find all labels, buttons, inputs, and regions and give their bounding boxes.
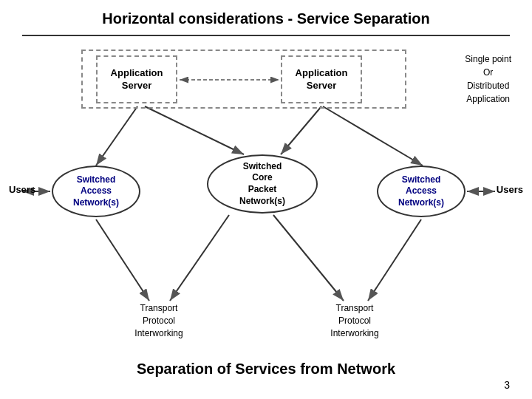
- switched-access-left-label: SwitchedAccessNetwork(s): [73, 174, 119, 209]
- page-number: 3: [504, 379, 510, 391]
- users-right-label: Users: [497, 184, 523, 195]
- app-server-left-box: ApplicationServer: [96, 55, 177, 103]
- switched-access-right-label: SwitchedAccessNetwork(s): [398, 174, 444, 209]
- svg-line-10: [96, 219, 149, 301]
- switched-core-ellipse: SwitchedCorePacketNetwork(s): [207, 154, 318, 214]
- svg-line-11: [170, 215, 229, 301]
- bottom-label: Separation of Services from Network: [0, 361, 532, 378]
- svg-line-12: [273, 215, 344, 301]
- users-left-label: Users: [9, 184, 35, 195]
- switched-core-label: SwitchedCorePacketNetwork(s): [239, 161, 285, 207]
- svg-line-6: [96, 106, 137, 166]
- page-title: Horizontal considerations - Service Sepa…: [22, 0, 510, 36]
- app-server-right-box: ApplicationServer: [281, 55, 362, 103]
- switched-access-left-ellipse: SwitchedAccessNetwork(s): [52, 166, 140, 217]
- app-server-right-label: ApplicationServer: [296, 67, 348, 92]
- single-point-text: Single point Or Distributed Application: [465, 52, 511, 106]
- svg-line-8: [281, 106, 321, 154]
- transport-protocol-left: TransportProtocolInterworking: [115, 302, 203, 339]
- svg-line-13: [368, 219, 421, 301]
- svg-line-7: [145, 106, 244, 154]
- svg-line-9: [323, 106, 423, 166]
- transport-protocol-right: TransportProtocolInterworking: [310, 302, 399, 339]
- switched-access-right-ellipse: SwitchedAccessNetwork(s): [377, 166, 466, 217]
- app-server-left-label: ApplicationServer: [111, 67, 163, 92]
